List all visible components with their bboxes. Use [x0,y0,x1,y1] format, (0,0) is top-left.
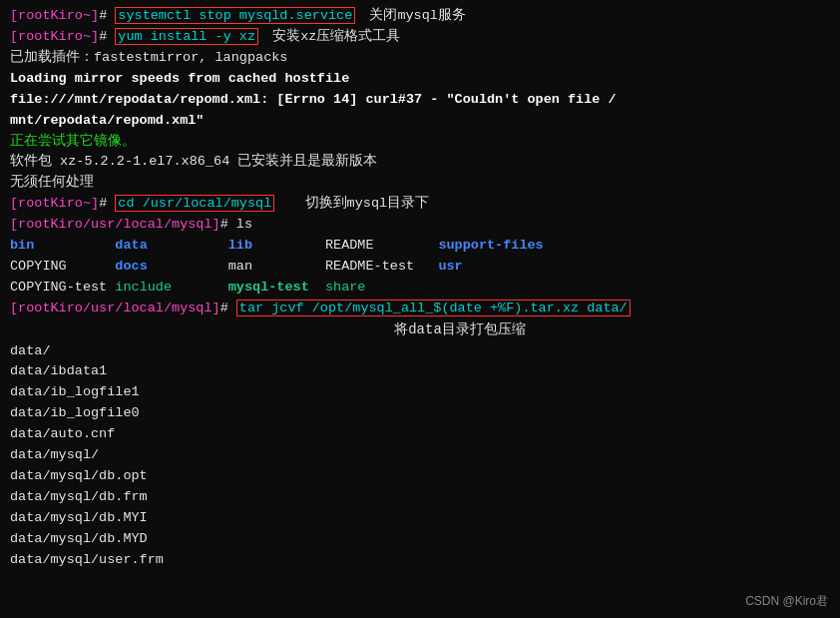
ls-readme: README [325,238,438,253]
ls-copying: COPYING [10,259,115,274]
ls-share: share [325,280,366,295]
text-3: 已加载插件：fastestmirror, langpacks [10,50,287,65]
cmd-text-2: yum install -y xz [118,29,255,44]
cmd-text-10: cd /usr/local/mysql [118,196,271,211]
line-15: [rootKiro/usr/local/mysql]# tar jcvf /op… [10,299,830,319]
text-4: Loading mirror speeds from cached hostfi… [10,71,349,86]
hash-11: # [220,217,228,232]
cmd-text-1: systemctl stop mysqld.service [118,8,352,23]
ls-copying-test: COPYING-test [10,280,115,295]
line-16-comment: 将data目录打包压缩 [10,319,830,341]
line-5: file:///mnt/repodata/repomd.xml: [Errno … [10,90,830,111]
line-7: 正在尝试其它镜像。 [10,132,830,153]
line-21: data/auto.cnf [10,424,830,445]
text-7: 正在尝试其它镜像。 [10,134,136,149]
text-6: mnt/repodata/repomd.xml" [10,113,204,128]
line-18: data/ibdata1 [10,361,830,382]
line-19: data/ib_logfile1 [10,382,830,403]
ls-include: include [115,280,227,295]
line-25: data/mysql/db.MYI [10,508,830,529]
cmd-box-10: cd /usr/local/mysql [115,195,274,212]
prompt-15: [rootKiro/usr/local/mysql] [10,301,220,315]
ls-usr: usr [438,259,462,274]
comment-10: 切换到mysql目录下 [280,196,429,211]
comment-1: 关闭mysql服务 [361,8,466,23]
line-8: 软件包 xz-5.2.2-1.el7.x86_64 已安装并且是最新版本 [10,152,830,173]
cmd-text-15: tar jcvf /opt/mysql_all_$(date +%F).tar.… [239,301,628,315]
ls-mysql-test: mysql-test [228,280,325,295]
ls-bin: bin [10,238,115,253]
ls-data: data [115,238,227,253]
line-9: 无须任何处理 [10,173,830,194]
line-23: data/mysql/db.opt [10,466,830,487]
line-10: [rootKiro~]# cd /usr/local/mysql 切换到mysq… [10,194,830,215]
line-14: COPYING-test include mysql-test share [10,278,830,299]
terminal: [rootKiro~]# systemctl stop mysqld.servi… [0,0,840,618]
line-4: Loading mirror speeds from cached hostfi… [10,69,830,90]
line-3: 已加载插件：fastestmirror, langpacks [10,48,830,69]
hash-10: # [99,196,107,211]
prompt-10: [rootKiro~] [10,196,99,211]
comment-2: 安装xz压缩格式工具 [264,29,400,44]
ls-support-files: support-files [438,238,543,253]
ls-docs: docs [115,259,227,274]
hash-15: # [220,301,228,315]
line-26: data/mysql/db.MYD [10,529,830,550]
hash-1: # [99,8,107,23]
cmd-box-1: systemctl stop mysqld.service [115,7,355,24]
line-20: data/ib_logfile0 [10,403,830,424]
cmd-11: ls [228,217,252,232]
cmd-box-15: tar jcvf /opt/mysql_all_$(date +%F).tar.… [236,300,630,316]
prompt-2: [rootKiro~] [10,29,99,44]
line-6: mnt/repodata/repomd.xml" [10,111,830,132]
line-24: data/mysql/db.frm [10,487,830,508]
ls-man: man [228,259,325,274]
line-22: data/mysql/ [10,445,830,466]
prompt-11: [rootKiro/usr/local/mysql] [10,217,220,232]
line-1: [rootKiro~]# systemctl stop mysqld.servi… [10,6,830,27]
line-13: COPYING docs man README-test usr [10,257,830,278]
text-5: file:///mnt/repodata/repomd.xml: [Errno … [10,92,617,107]
prompt-1: [rootKiro~] [10,8,99,23]
text-9: 无须任何处理 [10,175,94,190]
text-8: 软件包 xz-5.2.2-1.el7.x86_64 已安装并且是最新版本 [10,154,377,169]
line-27: data/mysql/user.frm [10,550,830,571]
ls-lib: lib [228,238,325,253]
line-2: [rootKiro~]# yum install -y xz 安装xz压缩格式工… [10,27,830,48]
hash-2: # [99,29,107,44]
line-17: data/ [10,341,830,362]
line-12: bin data lib README support-files [10,236,830,257]
watermark: CSDN @Kiro君 [745,593,828,610]
cmd-box-2: yum install -y xz [115,28,258,45]
line-11: [rootKiro/usr/local/mysql]# ls [10,215,830,236]
ls-readme-test: README-test [325,259,438,274]
